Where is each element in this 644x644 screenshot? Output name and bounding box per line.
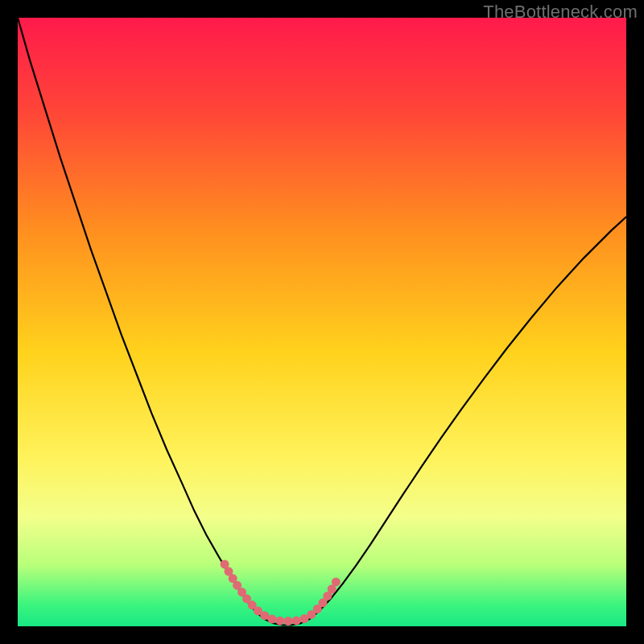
svg-point-10 <box>275 617 284 625</box>
svg-point-12 <box>292 616 301 625</box>
plot-area <box>18 18 626 626</box>
bottleneck-chart <box>18 18 626 626</box>
chart-frame: TheBottleneck.com <box>0 0 644 644</box>
svg-point-19 <box>332 577 341 586</box>
svg-point-11 <box>284 617 293 625</box>
svg-point-9 <box>267 615 276 624</box>
gradient-background <box>18 18 626 626</box>
